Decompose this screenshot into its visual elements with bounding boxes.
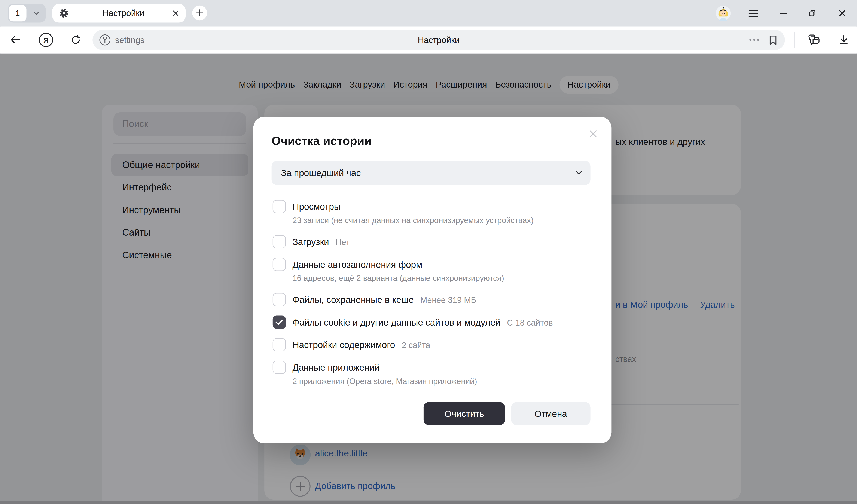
item-value: 2 сайта — [402, 340, 430, 350]
window-minimize-button[interactable] — [780, 0, 788, 27]
clear-item-row: Данные приложений2 приложения (Opera sto… — [272, 361, 590, 387]
item-description: 23 записи (не считая данных на синхрониз… — [292, 214, 533, 226]
reload-button[interactable] — [70, 35, 81, 45]
tab-counter[interactable]: 1 — [8, 4, 46, 22]
dialog-title: Очистка истории — [272, 133, 590, 149]
checkbox[interactable] — [273, 235, 286, 249]
item-label: Настройки содержимого — [292, 340, 395, 350]
clear-item-row: Просмотры23 записи (не считая данных на … — [272, 200, 590, 226]
checkbox[interactable] — [273, 293, 286, 306]
new-tab-button[interactable] — [192, 5, 207, 20]
cancel-button[interactable]: Отмена — [511, 402, 590, 425]
page-title: Настройки — [93, 30, 785, 50]
item-label: Данные автозаполнения форм — [292, 259, 422, 269]
clear-item-row: Данные автозаполнения форм16 адресов, ещ… — [272, 258, 590, 284]
hamburger-menu-icon[interactable] — [749, 0, 758, 27]
item-label: Данные приложений — [292, 362, 380, 372]
url-text[interactable]: settings — [115, 30, 145, 50]
site-badge-icon[interactable] — [99, 34, 111, 46]
dialog-buttons: Очистить Отмена — [424, 402, 590, 425]
checkbox[interactable] — [273, 258, 286, 271]
back-button[interactable] — [10, 35, 21, 44]
window-restore-button[interactable] — [808, 0, 817, 27]
item-value: Менее 319 МБ — [420, 295, 476, 304]
checkbox[interactable] — [273, 338, 286, 351]
more-actions-icon[interactable] — [749, 38, 760, 41]
clear-items-list: Просмотры23 записи (не считая данных на … — [272, 200, 590, 387]
password-manager-icon[interactable] — [807, 34, 820, 46]
bookmark-icon[interactable] — [769, 35, 777, 45]
toolbar-divider — [794, 32, 795, 48]
address-toolbar: Я settings Настройки — [0, 27, 857, 53]
tab-count: 1 — [9, 5, 26, 21]
checkbox[interactable] — [273, 361, 286, 374]
item-value: Нет — [336, 237, 350, 247]
plus-icon — [196, 10, 203, 16]
dialog-close-icon[interactable] — [589, 130, 598, 138]
item-label: Файлы, сохранённые в кеше — [292, 295, 414, 304]
clear-item-row: Настройки содержимого2 сайта — [272, 338, 590, 352]
browser-window: 1 Настройки — [0, 0, 857, 504]
period-selected-value: За прошедший час — [281, 168, 360, 178]
clear-item-row: ЗагрузкиНет — [272, 235, 590, 249]
item-description: 2 приложения (Opera store, Магазин прило… — [292, 375, 477, 387]
item-label: Файлы cookie и другие данные сайтов и мо… — [292, 317, 500, 327]
tab-bar: 1 Настройки — [0, 0, 857, 27]
yandex-logo-icon[interactable]: Я — [38, 33, 53, 47]
downloads-icon[interactable] — [838, 34, 849, 45]
period-select[interactable]: За прошедший час — [272, 161, 590, 185]
tab-title: Настройки — [74, 9, 172, 18]
clear-item-row: Файлы cookie и другие данные сайтов и мо… — [272, 316, 590, 329]
chevron-down-icon[interactable] — [27, 12, 46, 15]
checkbox[interactable] — [273, 316, 286, 329]
browser-tab-settings[interactable]: Настройки — [52, 4, 186, 22]
profile-avatar[interactable] — [716, 0, 731, 27]
address-bar[interactable]: settings Настройки — [93, 30, 785, 50]
clear-history-dialog: Очистка истории За прошедший час Просмот… — [253, 117, 611, 443]
svg-text:Я: Я — [44, 36, 48, 44]
item-value: С 18 сайтов — [507, 318, 553, 327]
item-label: Просмотры — [292, 202, 340, 212]
checkbox[interactable] — [273, 200, 286, 213]
chevron-down-icon — [575, 171, 582, 175]
settings-page: Мой профильЗакладкиЗагрузкиИсторияРасшир… — [0, 53, 857, 504]
item-label: Загрузки — [292, 237, 329, 247]
clear-button[interactable]: Очистить — [424, 402, 505, 425]
item-description: 16 адресов, ещё 2 варианта (данные синхр… — [292, 272, 504, 284]
clear-item-row: Файлы, сохранённые в кешеМенее 319 МБ — [272, 293, 590, 307]
gear-icon — [59, 9, 69, 18]
window-close-button[interactable] — [838, 0, 846, 27]
tab-close-icon[interactable] — [172, 10, 179, 16]
